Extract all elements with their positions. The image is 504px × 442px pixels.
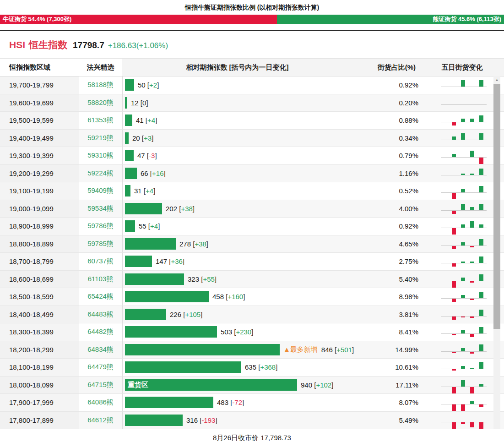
spark-down-bar bbox=[452, 211, 456, 214]
spark-down-bar bbox=[452, 246, 456, 249]
spark-up-bar bbox=[479, 274, 483, 281]
volume-bar bbox=[125, 291, 209, 302]
scrollbar-thumb[interactable] bbox=[493, 84, 500, 329]
spark-down-bar bbox=[452, 422, 456, 429]
contracts-bar-cell: 147 [+36] bbox=[122, 253, 355, 270]
spark-up-bar bbox=[470, 151, 474, 157]
five-day-change-cell bbox=[423, 200, 504, 217]
index-name: 恒生指数 bbox=[29, 38, 67, 51]
contracts-bar-cell: 635 [+368] bbox=[122, 359, 355, 376]
contracts-bar-cell: 31 [+4] bbox=[122, 182, 355, 200]
spark-up-bar bbox=[461, 380, 465, 387]
spark-down-bar bbox=[452, 404, 456, 411]
sparkline-baseline bbox=[441, 246, 487, 246]
table-row: 17,800-17,89964612熊316 [-193]5.49% bbox=[0, 412, 504, 430]
header-relative-contracts: 相对期指张数 [括号内为一日变化] bbox=[122, 59, 352, 76]
warrant-code-link[interactable]: 61103熊 bbox=[79, 275, 122, 284]
spark-up-bar bbox=[461, 80, 465, 87]
contracts-value: 226 [+105] bbox=[170, 311, 202, 318]
contracts-bar-cell: 12 [0] bbox=[122, 94, 355, 112]
five-day-sparkline bbox=[441, 147, 487, 164]
spark-up-bar bbox=[479, 344, 483, 351]
spark-up-bar bbox=[461, 262, 465, 263]
spark-up-bar bbox=[470, 207, 474, 210]
spark-down-bar bbox=[461, 316, 465, 317]
spark-down-bar bbox=[470, 316, 474, 318]
spark-down-bar bbox=[452, 334, 456, 335]
street-pct-cell: 8.98% bbox=[355, 293, 423, 300]
five-day-sparkline bbox=[441, 235, 487, 252]
spark-up-bar bbox=[461, 348, 465, 351]
sparkline-baseline bbox=[441, 263, 487, 263]
street-pct-cell: 0.79% bbox=[355, 152, 423, 159]
volume-bar bbox=[125, 361, 241, 373]
sparkline-baseline bbox=[441, 104, 487, 105]
table-header-row: 恒指指数区域 法兴精选 相对期指张数 [括号内为一日变化] 街货占比(%) 五日… bbox=[0, 58, 504, 76]
contracts-value: 846 [+501] bbox=[321, 346, 354, 354]
five-day-change-cell bbox=[423, 341, 504, 358]
warrant-code-link[interactable]: 64715熊 bbox=[79, 381, 122, 389]
five-day-change-cell bbox=[423, 112, 504, 129]
street-pct-cell: 4.00% bbox=[355, 205, 423, 213]
warrant-code-link[interactable]: 64479熊 bbox=[79, 363, 122, 371]
warrant-code-link[interactable]: 58188熊 bbox=[79, 81, 122, 89]
five-day-sparkline bbox=[441, 377, 487, 393]
index-range-cell: 19,500-19,599 bbox=[0, 112, 79, 129]
five-day-change-cell bbox=[423, 147, 504, 164]
warrant-code-link[interactable]: 64612熊 bbox=[79, 416, 122, 425]
warrant-code-link[interactable]: 59534熊 bbox=[79, 204, 122, 213]
table-row: 19,500-19,59961353熊41 [+4]0.88% bbox=[0, 112, 504, 130]
volume-bar bbox=[125, 97, 127, 109]
warrant-code-link[interactable]: 64086熊 bbox=[79, 398, 122, 407]
spark-down-bar bbox=[470, 299, 474, 300]
contracts-value: 458 [+160] bbox=[212, 293, 245, 300]
spark-up-bar bbox=[461, 278, 465, 281]
warrant-code-link[interactable]: 61353熊 bbox=[79, 116, 122, 125]
street-pct-cell: 1.16% bbox=[355, 169, 423, 177]
scrollbar[interactable]: ▲ bbox=[493, 76, 500, 429]
warrant-code-link[interactable]: 65424熊 bbox=[79, 292, 122, 301]
spark-down-bar bbox=[470, 334, 474, 337]
warrant-code-link[interactable]: 59409熊 bbox=[79, 186, 122, 195]
index-range-cell: 19,300-19,399 bbox=[0, 147, 79, 164]
contracts-value: 483 [-72] bbox=[217, 398, 244, 406]
five-day-change-cell bbox=[423, 288, 504, 305]
spark-up-bar bbox=[479, 292, 483, 298]
table-row: 18,400-18,49964483熊226 [+105]3.81% bbox=[0, 306, 504, 324]
warrant-code-link[interactable]: 59219熊 bbox=[79, 134, 122, 142]
contracts-value: 20 [+3] bbox=[132, 134, 153, 142]
spark-down-bar bbox=[479, 158, 483, 164]
up-arrow-icon: ▲ bbox=[495, 78, 499, 82]
spark-up-bar bbox=[452, 136, 456, 140]
warrant-code-link[interactable]: 59224熊 bbox=[79, 169, 122, 178]
volume-bar bbox=[125, 344, 280, 355]
street-pct-cell: 10.61% bbox=[355, 363, 423, 371]
contracts-value: 323 [+55] bbox=[188, 275, 217, 283]
street-pct-cell: 0.92% bbox=[355, 222, 423, 230]
contracts-bar-cell: 483 [-72] bbox=[122, 394, 355, 411]
warrant-code-link[interactable]: 59785熊 bbox=[79, 240, 122, 248]
spark-down-bar bbox=[470, 422, 474, 427]
five-day-sparkline bbox=[441, 112, 487, 129]
header-index-range: 恒指指数区域 bbox=[0, 63, 79, 72]
five-day-sparkline bbox=[441, 94, 487, 111]
street-pct-cell: 0.20% bbox=[355, 99, 423, 107]
index-price: 17798.7 bbox=[73, 40, 104, 50]
warrant-code-link[interactable]: 64483熊 bbox=[79, 310, 122, 319]
heavy-zone-label: 重货区 bbox=[125, 381, 148, 389]
warrant-code-link[interactable]: 59786熊 bbox=[79, 222, 122, 230]
warrant-code-link[interactable]: 64834熊 bbox=[79, 345, 122, 354]
spark-up-bar bbox=[461, 189, 465, 192]
contracts-bar-cell: 202 [+38] bbox=[122, 200, 355, 218]
table-row: 19,300-19,39959310熊47 [-3]0.79% bbox=[0, 147, 504, 165]
five-day-change-cell bbox=[423, 94, 504, 111]
warrant-code-link[interactable]: 64482熊 bbox=[79, 327, 122, 336]
scrollbar-up-button[interactable]: ▲ bbox=[493, 76, 500, 84]
volume-bar bbox=[125, 256, 152, 267]
five-day-sparkline bbox=[441, 323, 487, 340]
spark-up-bar bbox=[470, 262, 474, 263]
index-range-cell: 19,400-19,499 bbox=[0, 130, 79, 147]
warrant-code-link[interactable]: 59310熊 bbox=[79, 151, 122, 160]
warrant-code-link[interactable]: 58820熊 bbox=[79, 98, 122, 107]
warrant-code-link[interactable]: 60737熊 bbox=[79, 257, 122, 266]
